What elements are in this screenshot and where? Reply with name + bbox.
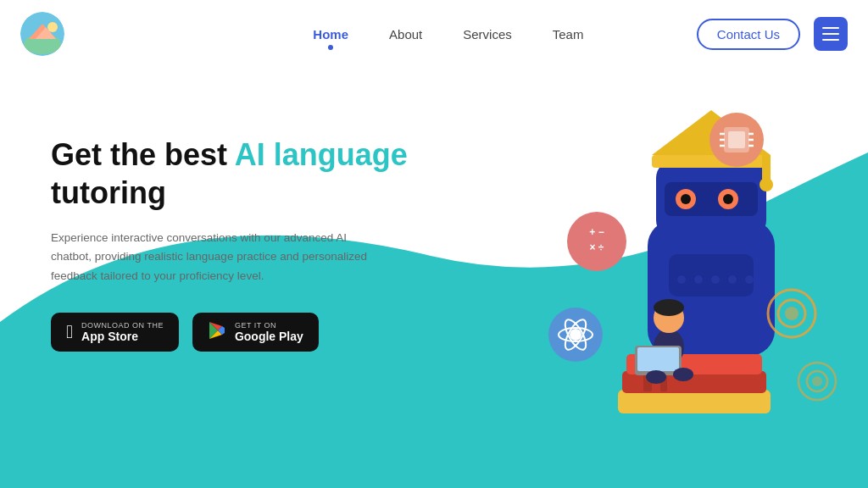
nav-link-about[interactable]: About — [389, 27, 422, 42]
app-store-button[interactable]:  Download on the App Store — [51, 313, 179, 352]
svg-point-39 — [646, 370, 666, 384]
svg-point-40 — [673, 368, 693, 381]
app-store-main: App Store — [81, 330, 164, 343]
store-buttons:  Download on the App Store GE — [51, 313, 408, 352]
svg-point-60 — [785, 307, 798, 320]
svg-rect-28 — [669, 254, 754, 297]
menu-line-3 — [822, 39, 839, 41]
hero-title-highlight: AI language — [235, 137, 408, 172]
svg-point-16 — [723, 194, 733, 204]
menu-line-1 — [822, 27, 839, 29]
svg-rect-21 — [762, 155, 771, 180]
svg-text:× ÷: × ÷ — [590, 241, 604, 253]
hero-content-left: Get the best AI language tutoring Experi… — [51, 136, 408, 352]
hero-title-end: tutoring — [51, 175, 166, 210]
nav-link-home[interactable]: Home — [313, 27, 348, 42]
hero-illustration: + − × ÷ — [487, 85, 843, 474]
apple-icon:  — [66, 323, 73, 341]
google-play-icon — [208, 321, 226, 343]
menu-button[interactable] — [814, 17, 848, 51]
svg-point-14 — [681, 194, 691, 204]
svg-rect-46 — [728, 131, 745, 148]
nav-link-services[interactable]: Services — [463, 27, 512, 42]
google-play-text: GET IT ON Google Play — [235, 321, 303, 343]
hero-description: Experience interactive conversations wit… — [51, 229, 381, 286]
svg-point-5 — [47, 22, 58, 32]
google-play-main: Google Play — [235, 330, 303, 343]
google-play-sub: GET IT ON — [235, 321, 303, 330]
contact-button[interactable]: Contact Us — [697, 19, 800, 50]
svg-text:+ −: + − — [589, 226, 604, 238]
app-store-sub: Download on the — [81, 321, 164, 330]
hero-section: Get the best AI language tutoring Experi… — [0, 68, 868, 488]
svg-point-36 — [654, 299, 684, 316]
google-play-button[interactable]: GET IT ON Google Play — [192, 313, 319, 352]
svg-rect-29 — [618, 390, 771, 413]
logo[interactable] — [20, 12, 64, 56]
hero-title-plain: Get the best — [51, 137, 235, 172]
nav-right: Contact Us — [697, 17, 848, 51]
svg-point-63 — [812, 376, 822, 386]
nav-links: Home About Services Team — [313, 27, 583, 42]
svg-rect-38 — [637, 347, 679, 371]
robot-illustration: + − × ÷ — [487, 85, 843, 474]
menu-line-2 — [822, 33, 839, 35]
app-store-text: Download on the App Store — [81, 321, 164, 343]
hero-title: Get the best AI language tutoring — [51, 136, 408, 212]
svg-point-54 — [570, 329, 581, 341]
nav-link-team[interactable]: Team — [553, 27, 584, 42]
navbar: Home About Services Team Contact Us — [0, 0, 868, 68]
svg-point-22 — [760, 178, 773, 191]
